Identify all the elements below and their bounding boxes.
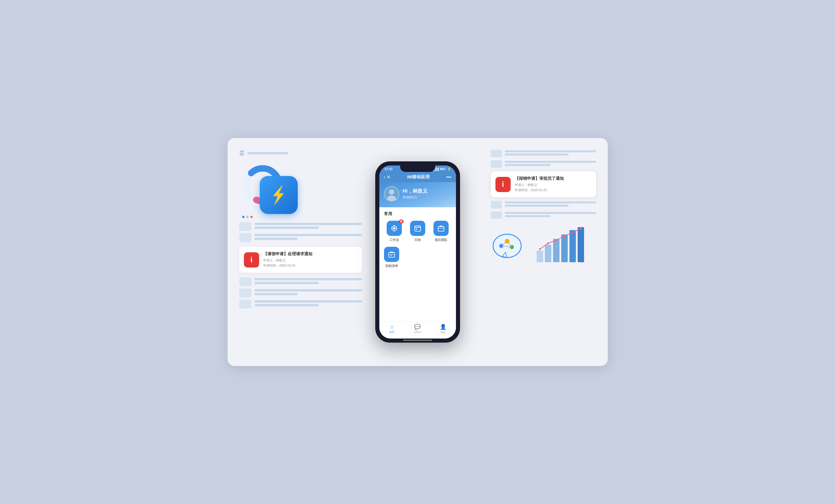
- bottom-right: [491, 224, 596, 265]
- section-label: 常用: [384, 211, 451, 217]
- app-item-schedule[interactable]: 日程: [407, 221, 428, 242]
- list-thumb: [239, 300, 251, 309]
- right-thumb: [491, 150, 502, 157]
- phone-header: Hi，林政义 样例科21: [379, 182, 456, 207]
- app-label-workflow: 工作流: [389, 238, 399, 242]
- app-item-project[interactable]: 项目团队: [431, 221, 451, 242]
- tab-mine-label: 我的: [441, 331, 446, 334]
- right-notif-applicant: 申请人：林政义: [515, 183, 564, 188]
- svg-rect-29: [545, 245, 551, 262]
- chat-logo: [491, 230, 526, 265]
- svg-rect-10: [415, 226, 421, 231]
- list-line: [254, 278, 362, 280]
- nav-close-button[interactable]: ✕: [386, 174, 391, 181]
- svg-point-9: [391, 228, 392, 229]
- list-line-short: [254, 282, 319, 284]
- list-item: [239, 300, 362, 309]
- right-line-short: [505, 215, 550, 217]
- right-notif-icon: i: [495, 177, 511, 192]
- nav-more-button[interactable]: •••: [446, 174, 452, 181]
- svg-point-38: [572, 232, 573, 233]
- app-icon-wrap: [384, 247, 399, 262]
- app-grid: 新 工作流: [384, 221, 451, 242]
- svg-rect-17: [389, 253, 394, 257]
- top-bar-line: [247, 152, 288, 154]
- notif-content: 【请假申请】处理请求通知 申请人：林政义 申请时间：2020-01-01: [263, 251, 312, 268]
- dot-blue: [242, 216, 245, 218]
- svg-point-37: [564, 235, 565, 237]
- list-lines: [254, 223, 362, 230]
- tab-home[interactable]: ⌂ 首页: [379, 323, 405, 334]
- list-item: [239, 222, 362, 231]
- header-text: Hi，林政义 样例科21: [403, 188, 428, 200]
- app-icon-blue: ⚡: [260, 176, 298, 214]
- notif-icon-red: i: [244, 252, 259, 268]
- svg-rect-30: [553, 239, 559, 262]
- right-list-item: [491, 201, 596, 208]
- list-line-shorter: [254, 238, 298, 240]
- app-item-workflow[interactable]: 新 工作流: [384, 221, 405, 242]
- right-line: [505, 150, 596, 152]
- svg-point-8: [396, 228, 397, 229]
- svg-point-34: [539, 248, 541, 250]
- lightning-icon: ⚡: [271, 186, 286, 204]
- left-list-top: [239, 222, 362, 242]
- notif-letter: i: [250, 255, 252, 264]
- svg-point-36: [555, 239, 557, 241]
- list-line: [254, 223, 362, 225]
- left-panel: ☰ ⚡: [239, 150, 362, 354]
- svg-rect-14: [416, 229, 417, 230]
- purchase-icon: [384, 247, 399, 262]
- left-bottom-list: [239, 277, 362, 309]
- app-label-project: 项目团队: [434, 238, 447, 242]
- svg-point-4: [389, 189, 394, 195]
- notif-title: 【请假申请】处理请求通知: [263, 251, 312, 257]
- phone-inner: 17:47 ▐▐▐ WiFi 🔋 ‹ ✕ IM移动应用 •••: [379, 166, 456, 338]
- list-item: [239, 277, 362, 286]
- right-thumb: [491, 201, 502, 208]
- right-top-list: [491, 150, 596, 168]
- right-line: [505, 161, 596, 163]
- project-icon: [433, 221, 449, 236]
- avatar: [384, 186, 399, 202]
- nav-back-button[interactable]: ‹: [383, 174, 386, 181]
- list-line: [254, 234, 362, 236]
- notch: [400, 166, 435, 172]
- right-thumb: [491, 211, 502, 219]
- tab-imbox-icon: 💬: [414, 323, 421, 330]
- svg-point-6: [393, 227, 395, 230]
- home-indicator: [403, 340, 432, 341]
- tab-mine[interactable]: 👤 我的: [430, 323, 456, 334]
- workflow-icon: [387, 221, 402, 236]
- app-icon-wrap: [410, 221, 425, 236]
- app-row2: 采购清单: [384, 247, 451, 268]
- chart-area: ⚡: [239, 161, 298, 214]
- right-list-item: [491, 150, 596, 157]
- tab-imbox[interactable]: 💬 IMBox: [405, 323, 430, 334]
- left-notif-card[interactable]: i 【请假申请】处理请求通知 申请人：林政义 申请时间：2020-01-01: [239, 247, 362, 273]
- nav-title: IM移动应用: [391, 174, 446, 180]
- header-subtitle: 样例科21: [403, 195, 428, 200]
- right-list-item: [491, 211, 596, 219]
- list-line-short: [254, 304, 319, 307]
- list-lines: [254, 300, 362, 308]
- phone-body: 常用: [379, 207, 456, 321]
- app-item-purchase[interactable]: 采购清单: [384, 247, 399, 268]
- list-thumb: [239, 222, 251, 231]
- phone: 17:47 ▐▐▐ WiFi 🔋 ‹ ✕ IM移动应用 •••: [375, 161, 460, 343]
- svg-rect-28: [537, 251, 543, 262]
- right-list-item: [491, 160, 596, 168]
- tab-mine-icon: 👤: [440, 323, 446, 330]
- right-lines: [505, 150, 596, 157]
- main-card: ☰ ⚡: [227, 138, 608, 366]
- list-item: [239, 289, 362, 297]
- right-notif-card[interactable]: i 【报销申请】审批完了通知 申请人：林政义 申请时间：2020-01-01: [491, 171, 596, 197]
- app-label-schedule: 日程: [414, 238, 421, 242]
- svg-rect-31: [561, 234, 568, 262]
- right-lines: [505, 161, 596, 167]
- right-thumb: [491, 160, 502, 168]
- right-notif-letter: i: [502, 180, 504, 189]
- right-line-med: [505, 153, 569, 155]
- hamburger-icon[interactable]: ☰: [239, 150, 245, 157]
- svg-point-20: [493, 234, 521, 257]
